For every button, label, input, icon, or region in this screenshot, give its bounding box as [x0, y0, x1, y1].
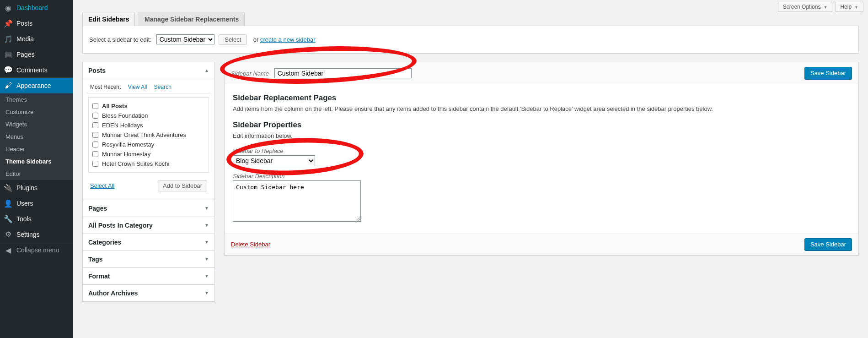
create-new-sidebar-link[interactable]: create a new sidebar [260, 36, 316, 43]
chevron-down-icon: ▼ [204, 290, 209, 295]
post-checkbox[interactable] [92, 122, 98, 128]
menu-pages[interactable]: ▤Pages [0, 47, 73, 62]
author-box[interactable]: Author Archives▼ [82, 284, 215, 302]
categories-box[interactable]: Categories▼ [82, 234, 215, 251]
post-checkbox[interactable] [92, 113, 98, 119]
add-to-sidebar-button[interactable]: Add to Sidebar [158, 180, 207, 191]
sidebar-dropdown[interactable]: Custom Sidebar [156, 34, 214, 44]
sidebar-description-label: Sidebar Description [233, 173, 850, 180]
chevron-down-icon: ▼ [823, 5, 827, 10]
collapse-icon: ◀ [4, 245, 13, 255]
appearance-icon: 🖌 [4, 81, 13, 90]
list-item[interactable]: Hotel Crown Suites Kochi [92, 159, 205, 169]
pages-box[interactable]: Pages▼ [82, 200, 215, 217]
tools-icon: 🔧 [4, 214, 13, 224]
list-item[interactable]: Bless Foundation [92, 111, 205, 120]
tab-manage-replacements[interactable]: Manage Sidebar Replacements [139, 12, 245, 26]
menu-plugins[interactable]: 🔌Plugins [0, 180, 73, 196]
sidebar-name-label: Sidebar Name [231, 70, 269, 77]
select-sidebar-bar: Select a sidebar to edit: Custom Sidebar… [82, 26, 859, 54]
sidebar-description-textarea[interactable]: Custom Sidebar here [233, 180, 361, 222]
all-posts-checkbox[interactable] [92, 103, 98, 109]
media-icon: 🎵 [4, 34, 13, 44]
settings-icon: ⚙ [4, 230, 13, 239]
posts-list: All Posts Bless Foundation EDEN Holidays… [88, 97, 209, 173]
tab-bar: Edit Sidebars Manage Sidebar Replacement… [82, 12, 859, 26]
menu-dashboard[interactable]: ◉Dashboard [0, 0, 73, 16]
tags-box[interactable]: Tags▼ [82, 251, 215, 268]
posts-tab-viewall[interactable]: View All [128, 84, 147, 90]
help-button[interactable]: Help▼ [835, 2, 863, 12]
sidebar-properties-heading: Sidebar Properties [233, 120, 850, 130]
list-item[interactable]: Munnar Great Think Adventures [92, 130, 205, 140]
select-all-link[interactable]: Select All [90, 182, 114, 189]
sidebar-settings-box: Sidebar Name Save Sidebar Sidebar Replac… [224, 62, 859, 256]
post-checkbox[interactable] [92, 151, 98, 157]
admin-menu: ◉Dashboard 📌Posts 🎵Media ▤Pages 💬Comment… [0, 0, 73, 320]
posts-tabs: Most Recent View All Search [86, 84, 211, 93]
post-checkbox[interactable] [92, 132, 98, 138]
sidebar-properties-desc: Edit information below. [233, 132, 850, 139]
sidebar-settings-footer: Delete Sidebar Save Sidebar [225, 233, 858, 255]
menu-tools[interactable]: 🔧Tools [0, 211, 73, 227]
comments-icon: 💬 [4, 65, 13, 75]
submenu-themes[interactable]: Themes [0, 93, 73, 106]
posts-box-header[interactable]: Posts▲ [83, 62, 214, 79]
users-icon: 👤 [4, 199, 13, 208]
plugins-icon: 🔌 [4, 183, 13, 192]
save-sidebar-top-button[interactable]: Save Sidebar [804, 67, 852, 79]
sidebar-settings-column: Sidebar Name Save Sidebar Sidebar Replac… [224, 62, 859, 301]
chevron-up-icon: ▲ [204, 68, 209, 73]
submenu-header[interactable]: Header [0, 143, 73, 155]
pin-icon: 📌 [4, 19, 13, 28]
chevron-down-icon: ▼ [204, 256, 209, 262]
submenu-editor[interactable]: Editor [0, 168, 73, 180]
chevron-down-icon: ▼ [204, 240, 209, 245]
sidebar-name-input[interactable] [274, 68, 412, 78]
list-item[interactable]: EDEN Holidays [92, 120, 205, 130]
save-sidebar-bottom-button[interactable]: Save Sidebar [804, 238, 852, 251]
submenu-menus[interactable]: Menus [0, 131, 73, 143]
or-text: or [253, 36, 259, 43]
select-sidebar-button[interactable]: Select [219, 34, 247, 45]
allpostscat-box[interactable]: All Posts In Category▼ [82, 217, 215, 234]
replacement-pages-desc: Add items from the column on the left. P… [233, 105, 850, 112]
chevron-down-icon: ▼ [204, 206, 209, 211]
dashboard-icon: ◉ [4, 3, 13, 12]
post-checkbox[interactable] [92, 142, 98, 147]
sidebar-replace-label: Sidebar to Replace [233, 147, 850, 154]
top-bar: Screen Options▼ Help▼ [73, 0, 868, 12]
replacement-pages-heading: Sidebar Replacement Pages [233, 93, 850, 103]
tab-edit-sidebars[interactable]: Edit Sidebars [82, 12, 135, 26]
list-item[interactable]: Munnar Homestay [92, 149, 205, 159]
menu-appearance[interactable]: 🖌Appearance [0, 78, 73, 93]
content-sources-column: Posts▲ Most Recent View All Search All P… [82, 62, 215, 301]
chevron-down-icon: ▼ [854, 5, 858, 10]
submenu-theme-sidebars[interactable]: Theme Sidebars [0, 155, 73, 168]
all-posts-item[interactable]: All Posts [92, 101, 205, 111]
chevron-down-icon: ▼ [204, 273, 209, 278]
list-item[interactable]: Rosyvilla Homestay [92, 140, 205, 149]
format-box[interactable]: Format▼ [82, 267, 215, 285]
screen-options-button[interactable]: Screen Options▼ [778, 2, 833, 12]
posts-tab-search[interactable]: Search [154, 84, 171, 90]
posts-box: Posts▲ Most Recent View All Search All P… [82, 62, 215, 200]
submenu-customize[interactable]: Customize [0, 106, 73, 118]
sidebar-settings-header: Sidebar Name Save Sidebar [225, 62, 858, 84]
post-checkbox[interactable] [92, 161, 98, 167]
pages-icon: ▤ [4, 50, 13, 59]
menu-posts[interactable]: 📌Posts [0, 16, 73, 31]
menu-collapse[interactable]: ◀Collapse menu [0, 242, 73, 258]
menu-comments[interactable]: 💬Comments [0, 62, 73, 78]
menu-users[interactable]: 👤Users [0, 196, 73, 211]
menu-settings[interactable]: ⚙Settings [0, 227, 73, 242]
select-sidebar-label: Select a sidebar to edit: [89, 36, 151, 43]
sidebar-replace-select[interactable]: Blog Sidebar [233, 155, 315, 166]
chevron-down-icon: ▼ [204, 223, 209, 228]
submenu-widgets[interactable]: Widgets [0, 118, 73, 131]
delete-sidebar-link[interactable]: Delete Sidebar [231, 241, 270, 248]
submenu-appearance: Themes Customize Widgets Menus Header Th… [0, 93, 73, 180]
posts-tab-recent[interactable]: Most Recent [90, 84, 121, 90]
menu-media[interactable]: 🎵Media [0, 31, 73, 47]
